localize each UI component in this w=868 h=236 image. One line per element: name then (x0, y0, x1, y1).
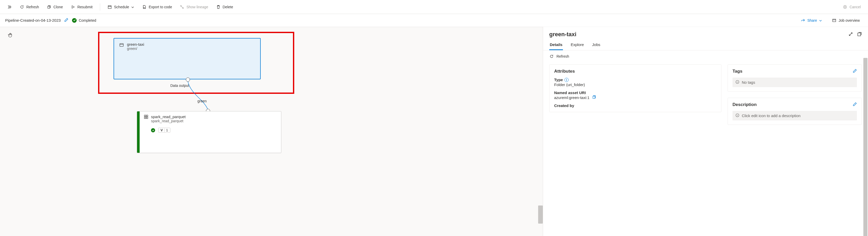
edit-description-button[interactable] (853, 102, 857, 107)
resubmit-button[interactable]: Resubmit (68, 2, 96, 11)
schedule-label: Schedule (114, 5, 129, 9)
export-label: Export to code (149, 5, 172, 9)
refresh-button[interactable]: Refresh (17, 2, 42, 11)
copy-icon[interactable] (592, 96, 596, 100)
createdby-label: Created by (554, 103, 574, 108)
clone-button[interactable]: Clone (43, 2, 66, 11)
popout-icon[interactable] (857, 32, 862, 37)
tab-explore[interactable]: Explore (570, 40, 584, 50)
output-port[interactable] (186, 78, 190, 82)
pipeline-canvas[interactable]: green-taxi green/ Data output green spar… (0, 27, 543, 236)
pipeline-name: Pipeline-Created-on-04-13-2023 (5, 18, 61, 23)
cancel-icon (843, 5, 847, 9)
schedule-button[interactable]: Schedule (104, 2, 137, 11)
resubmit-label: Resubmit (78, 5, 93, 9)
toolbar-separator (100, 3, 100, 10)
share-button[interactable]: Share (798, 16, 825, 25)
share-label: Share (807, 18, 817, 23)
svg-rect-10 (146, 117, 148, 119)
chevron-down-icon (819, 19, 822, 22)
refresh-icon (20, 5, 24, 9)
svg-rect-12 (593, 96, 595, 99)
node-title: green-taxi (127, 42, 144, 47)
info-icon (736, 80, 739, 84)
main-toolbar: Refresh Clone Resubmit Schedule Export t… (0, 0, 868, 14)
lineage-button: Show lineage (177, 2, 211, 11)
check-circle-icon (151, 128, 155, 132)
version-number: 1 (166, 128, 168, 132)
uri-value: azureml:green-taxi:1 (554, 96, 590, 100)
status-text: Completed (79, 18, 96, 23)
attributes-heading: Attributes (554, 69, 716, 74)
node-subtitle: spark_read_parquet (151, 119, 186, 123)
cancel-label: Cancel (849, 5, 861, 9)
side-refresh-label: Refresh (556, 54, 569, 58)
side-panel: green-taxi Details Explore Jobs Refresh (543, 27, 868, 236)
calendar-icon (107, 5, 112, 9)
version-badge[interactable]: V 1 (158, 128, 170, 133)
data-output-label: Data output (170, 83, 189, 88)
svg-rect-1 (108, 6, 111, 8)
tab-details[interactable]: Details (549, 40, 563, 50)
no-tags-row: No tags (733, 78, 857, 87)
clone-label: Clone (54, 5, 63, 9)
description-card: Description Click edit icon to add a des… (727, 98, 862, 125)
info-icon[interactable]: i (564, 78, 568, 82)
svg-rect-11 (858, 33, 861, 36)
main-area: green-taxi green/ Data output green spar… (0, 27, 868, 236)
uri-label: Named asset URI (554, 90, 586, 95)
check-circle-icon (72, 18, 76, 23)
delete-button[interactable]: Delete (213, 2, 236, 11)
canvas-scrollbar[interactable] (538, 206, 543, 224)
expand-toggle[interactable] (4, 2, 15, 11)
svg-rect-8 (146, 115, 148, 116)
lineage-label: Show lineage (186, 5, 208, 9)
no-description-row: Click edit icon to add a description (733, 111, 857, 121)
svg-rect-0 (48, 6, 50, 8)
node-subtitle: green/ (127, 47, 144, 51)
info-bar: Pipeline-Created-on-04-13-2023 Completed… (0, 14, 868, 27)
type-label: Type (554, 78, 563, 82)
svg-rect-5 (833, 19, 836, 22)
code-file-icon (142, 5, 147, 9)
info-icon (736, 113, 739, 118)
trash-icon (216, 5, 221, 9)
play-icon (71, 5, 75, 9)
node-green-taxi[interactable]: green-taxi green/ (114, 38, 261, 79)
node-spark-read-parquet[interactable]: spark_read_parquet spark_read_parquet V … (137, 111, 281, 153)
cancel-button: Cancel (840, 2, 864, 11)
tab-jobs[interactable]: Jobs (592, 40, 601, 50)
no-description-text: Click edit icon to add a description (742, 113, 801, 118)
side-panel-title: green-taxi (549, 31, 845, 38)
svg-rect-9 (144, 117, 146, 119)
refresh-label: Refresh (26, 5, 39, 9)
dataset-icon (119, 43, 124, 47)
job-overview-button[interactable]: Job overview (829, 16, 863, 25)
overview-icon (832, 18, 837, 23)
version-prefix: V (160, 128, 163, 132)
edit-name-button[interactable] (64, 18, 68, 23)
svg-point-2 (180, 5, 181, 6)
side-refresh-button[interactable]: Refresh (543, 50, 868, 62)
component-icon (144, 114, 148, 119)
svg-point-3 (183, 7, 184, 8)
overview-label: Job overview (839, 18, 860, 23)
delete-label: Delete (223, 5, 233, 9)
tags-card: Tags No tags (727, 64, 862, 91)
side-tabs: Details Explore Jobs (543, 38, 868, 50)
tags-heading: Tags (733, 69, 742, 74)
clone-icon (47, 5, 51, 9)
edit-tags-button[interactable] (853, 69, 857, 74)
refresh-icon (549, 54, 554, 59)
export-button[interactable]: Export to code (139, 2, 175, 11)
expand-icon[interactable] (848, 32, 853, 37)
svg-rect-7 (144, 115, 146, 116)
share-icon (801, 18, 805, 23)
chevron-down-icon (131, 5, 134, 8)
pan-tool[interactable] (8, 32, 13, 39)
description-heading: Description (733, 102, 757, 107)
svg-rect-6 (120, 44, 123, 46)
no-tags-text: No tags (742, 80, 755, 84)
edge-label: green (197, 99, 207, 103)
side-scrollbar[interactable] (863, 58, 867, 236)
